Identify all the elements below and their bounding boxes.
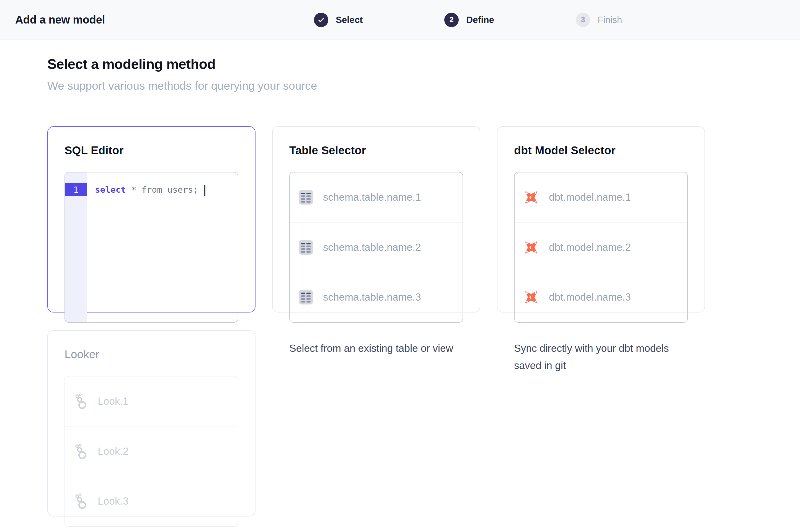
dbt-icon: [523, 240, 539, 255]
text-cursor: [204, 185, 205, 196]
table-icon: [299, 240, 313, 255]
dbt-list-preview: dbt.model.name.1: [514, 172, 688, 323]
list-item-label: schema.table.name.2: [323, 242, 421, 253]
line-number: 1: [65, 183, 87, 196]
list-item-label: schema.table.name.3: [323, 291, 421, 303]
card-title: SQL Editor: [64, 144, 239, 157]
list-item-label: dbt.model.name.2: [549, 242, 631, 253]
step-label: Select: [336, 15, 363, 25]
step-complete-circle: [314, 13, 328, 27]
list-item: Look.2: [65, 426, 238, 477]
list-item: dbt.model.name.3: [515, 272, 687, 322]
step-define[interactable]: 2 Define: [444, 13, 494, 27]
table-icon: [299, 290, 313, 304]
section-heading: Select a modeling method: [47, 56, 800, 72]
card-title: Looker: [64, 348, 239, 361]
list-item-label: Look.1: [98, 396, 129, 407]
code-line: select * from users;: [87, 172, 238, 322]
dbt-icon: [523, 289, 539, 305]
step-select[interactable]: Select: [314, 13, 363, 27]
check-icon: [317, 16, 325, 24]
method-cards: SQL Editor 1 select * from users; Create…: [47, 126, 800, 516]
list-item: dbt.model.name.2: [515, 223, 687, 273]
looker-icon: [74, 493, 88, 509]
section-subheading: We support various methods for querying …: [47, 79, 800, 92]
sql-code: * from users;: [126, 185, 204, 195]
card-looker: Looker Look.1: [47, 330, 255, 516]
card-description: Select from an existing table or view: [289, 340, 455, 357]
list-item: schema.table.name.1: [290, 172, 462, 223]
list-item-label: dbt.model.name.1: [549, 192, 631, 203]
looker-icon: [74, 393, 88, 410]
step-connector: [371, 20, 436, 20]
list-item-label: Look.3: [98, 495, 129, 507]
step-connector: [502, 20, 568, 20]
looker-list-preview: Look.1 Look.2: [64, 376, 239, 527]
sql-keyword: select: [95, 185, 126, 195]
sql-editor-preview: 1 select * from users;: [64, 172, 239, 323]
list-item-label: Look.2: [98, 445, 129, 457]
step-number-circle: 2: [444, 13, 459, 27]
step-number-circle: 3: [576, 13, 590, 27]
list-item-label: schema.table.name.1: [323, 192, 421, 203]
list-item: Look.1: [65, 377, 238, 426]
card-table-selector[interactable]: Table Selector: [272, 126, 480, 312]
table-icon: [299, 190, 313, 205]
card-title: dbt Model Selector: [514, 144, 688, 157]
card-title: Table Selector: [289, 144, 463, 157]
list-item-label: dbt.model.name.3: [549, 291, 631, 303]
stepper: Select 2 Define 3 Finish: [314, 0, 622, 40]
list-item: dbt.model.name.1: [515, 172, 687, 223]
step-label: Define: [466, 15, 494, 25]
card-dbt-model-selector[interactable]: dbt Model Selector: [497, 126, 705, 312]
looker-icon: [74, 443, 88, 459]
table-list-preview: schema.table.name.1: [289, 172, 463, 323]
list-item: Look.3: [65, 476, 238, 526]
page-title: Add a new model: [15, 14, 105, 26]
card-description: Sync directly with your dbt models saved…: [514, 340, 680, 374]
list-item: schema.table.name.2: [290, 223, 462, 273]
editor-gutter: 1: [65, 172, 87, 322]
dbt-icon: [523, 190, 539, 205]
modeling-method-page: Select a modeling method We support vari…: [0, 56, 800, 516]
step-finish: 3 Finish: [576, 13, 622, 27]
list-item: schema.table.name.3: [290, 272, 462, 322]
card-sql-editor[interactable]: SQL Editor 1 select * from users; Create…: [47, 126, 255, 312]
step-label: Finish: [598, 15, 622, 25]
wizard-top-bar: Add a new model Select 2 Define 3 Finish: [0, 0, 800, 40]
